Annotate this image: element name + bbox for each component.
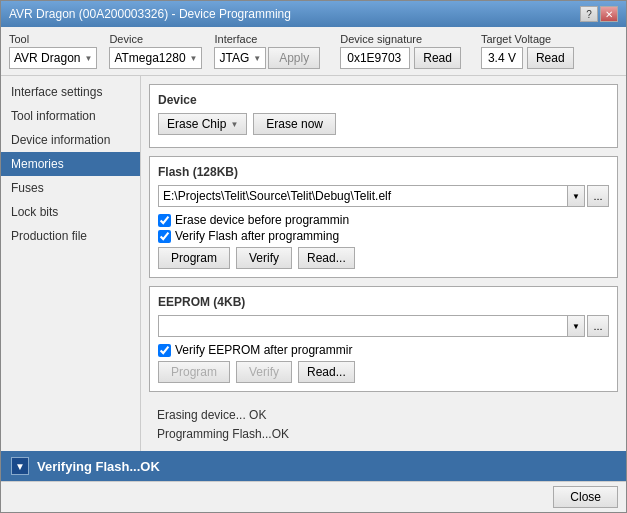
log-area: Erasing device... OK Programming Flash..… bbox=[149, 400, 618, 443]
device-value: ATmega1280 bbox=[114, 51, 185, 65]
device-group: Device ATmega1280 ▼ bbox=[109, 33, 202, 69]
interface-value: JTAG bbox=[219, 51, 249, 65]
eeprom-verify-label: Verify EEPROM after programmir bbox=[175, 343, 352, 357]
flash-verify-button[interactable]: Verify bbox=[236, 247, 292, 269]
eeprom-verify-button[interactable]: Verify bbox=[236, 361, 292, 383]
flash-checkbox2-row: Verify Flash after programming bbox=[158, 229, 609, 243]
status-icon[interactable]: ▼ bbox=[11, 457, 29, 475]
status-text: Verifying Flash...OK bbox=[37, 459, 160, 474]
eeprom-file-input[interactable] bbox=[158, 315, 567, 337]
window-title: AVR Dragon (00A200003326) - Device Progr… bbox=[9, 7, 291, 21]
device-sig-group: Device signature 0x1E9703 Read bbox=[340, 33, 461, 69]
flash-verify-checkbox[interactable] bbox=[158, 230, 171, 243]
sidebar-item-fuses[interactable]: Fuses bbox=[1, 176, 140, 200]
device-sig-value: 0x1E9703 bbox=[340, 47, 410, 69]
main-panel: Device Erase Chip ▼ Erase now Flash (128… bbox=[141, 76, 626, 451]
voltage-row: 3.4 V Read bbox=[481, 47, 574, 69]
interface-label: Interface bbox=[214, 33, 320, 45]
device-dropdown[interactable]: ATmega1280 ▼ bbox=[109, 47, 202, 69]
apply-button[interactable]: Apply bbox=[268, 47, 320, 69]
device-dropdown-arrow: ▼ bbox=[190, 54, 198, 63]
erase-chip-label: Erase Chip bbox=[167, 117, 226, 131]
device-sig-read-button[interactable]: Read bbox=[414, 47, 461, 69]
flash-erase-checkbox[interactable] bbox=[158, 214, 171, 227]
sidebar: Interface settings Tool information Devi… bbox=[1, 76, 141, 451]
device-section-row: Erase Chip ▼ Erase now bbox=[158, 113, 609, 135]
flash-section-title: Flash (128KB) bbox=[158, 165, 609, 179]
help-button[interactable]: ? bbox=[580, 6, 598, 22]
eeprom-section-title: EEPROM (4KB) bbox=[158, 295, 609, 309]
eeprom-program-button[interactable]: Program bbox=[158, 361, 230, 383]
flash-file-row: ▼ ... bbox=[158, 185, 609, 207]
eeprom-read-button[interactable]: Read... bbox=[298, 361, 355, 383]
sidebar-item-interface-settings[interactable]: Interface settings bbox=[1, 80, 140, 104]
tool-group: Tool AVR Dragon ▼ bbox=[9, 33, 97, 69]
interface-group: Interface JTAG ▼ Apply bbox=[214, 33, 320, 69]
eeprom-action-row: Program Verify Read... bbox=[158, 361, 609, 383]
erase-now-button[interactable]: Erase now bbox=[253, 113, 336, 135]
content-area: Interface settings Tool information Devi… bbox=[1, 76, 626, 451]
sidebar-item-production-file[interactable]: Production file bbox=[1, 224, 140, 248]
device-label: Device bbox=[109, 33, 202, 45]
flash-verify-label: Verify Flash after programming bbox=[175, 229, 339, 243]
device-section-title: Device bbox=[158, 93, 609, 107]
device-sig-label: Device signature bbox=[340, 33, 461, 45]
voltage-value: 3.4 V bbox=[481, 47, 523, 69]
sidebar-item-device-information[interactable]: Device information bbox=[1, 128, 140, 152]
eeprom-section: EEPROM (4KB) ▼ ... Verify EEPROM after p… bbox=[149, 286, 618, 392]
erase-chip-button[interactable]: Erase Chip ▼ bbox=[158, 113, 247, 135]
flash-program-button[interactable]: Program bbox=[158, 247, 230, 269]
status-bar: ▼ Verifying Flash...OK bbox=[1, 451, 626, 481]
eeprom-file-dropdown-button[interactable]: ▼ bbox=[567, 315, 585, 337]
interface-control: JTAG ▼ Apply bbox=[214, 47, 320, 69]
flash-checkbox1-row: Erase device before programmin bbox=[158, 213, 609, 227]
sidebar-item-tool-information[interactable]: Tool information bbox=[1, 104, 140, 128]
flash-file-dropdown-button[interactable]: ▼ bbox=[567, 185, 585, 207]
interface-dropdown[interactable]: JTAG ▼ bbox=[214, 47, 266, 69]
tool-dropdown[interactable]: AVR Dragon ▼ bbox=[9, 47, 97, 69]
flash-browse-button[interactable]: ... bbox=[587, 185, 609, 207]
eeprom-verify-checkbox[interactable] bbox=[158, 344, 171, 357]
tool-value: AVR Dragon bbox=[14, 51, 80, 65]
bottom-bar: Close bbox=[1, 481, 626, 512]
tool-label: Tool bbox=[9, 33, 97, 45]
voltage-read-button[interactable]: Read bbox=[527, 47, 574, 69]
log-line-2: Programming Flash...OK bbox=[157, 425, 610, 443]
voltage-group: Target Voltage 3.4 V Read bbox=[481, 33, 574, 69]
titlebar: AVR Dragon (00A200003326) - Device Progr… bbox=[1, 1, 626, 27]
interface-dropdown-arrow: ▼ bbox=[253, 54, 261, 63]
tool-dropdown-arrow: ▼ bbox=[84, 54, 92, 63]
window-close-button[interactable]: ✕ bbox=[600, 6, 618, 22]
log-line-1: Erasing device... OK bbox=[157, 406, 610, 425]
titlebar-controls: ? ✕ bbox=[580, 6, 618, 22]
flash-read-button[interactable]: Read... bbox=[298, 247, 355, 269]
close-button[interactable]: Close bbox=[553, 486, 618, 508]
eeprom-browse-button[interactable]: ... bbox=[587, 315, 609, 337]
device-sig-row: 0x1E9703 Read bbox=[340, 47, 461, 69]
flash-erase-label: Erase device before programmin bbox=[175, 213, 349, 227]
sidebar-item-lock-bits[interactable]: Lock bits bbox=[1, 200, 140, 224]
toolbar: Tool AVR Dragon ▼ Device ATmega1280 ▼ In… bbox=[1, 27, 626, 76]
eeprom-checkbox1-row: Verify EEPROM after programmir bbox=[158, 343, 609, 357]
voltage-label: Target Voltage bbox=[481, 33, 574, 45]
erase-chip-arrow-icon: ▼ bbox=[230, 120, 238, 129]
flash-section: Flash (128KB) ▼ ... Erase device before … bbox=[149, 156, 618, 278]
device-section: Device Erase Chip ▼ Erase now bbox=[149, 84, 618, 148]
eeprom-file-row: ▼ ... bbox=[158, 315, 609, 337]
flash-action-row: Program Verify Read... bbox=[158, 247, 609, 269]
main-window: AVR Dragon (00A200003326) - Device Progr… bbox=[0, 0, 627, 513]
device-control: ATmega1280 ▼ bbox=[109, 47, 202, 69]
tool-control: AVR Dragon ▼ bbox=[9, 47, 97, 69]
flash-file-input[interactable] bbox=[158, 185, 567, 207]
sidebar-item-memories[interactable]: Memories bbox=[1, 152, 140, 176]
